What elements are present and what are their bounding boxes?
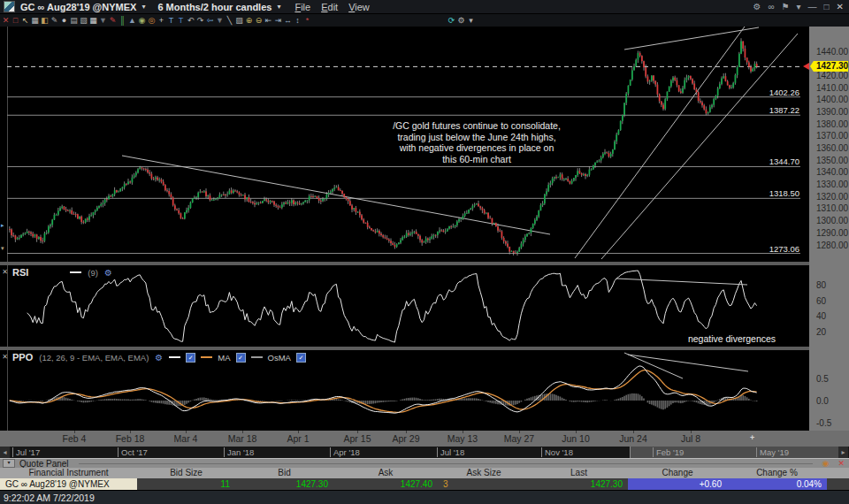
- window-controls: ⚙∞⚑▾—□✕: [753, 3, 849, 11]
- ellipse-tool-icon[interactable]: ●: [60, 15, 68, 26]
- fill-tool-icon[interactable]: ◧: [41, 15, 49, 26]
- price-axis-tick: 1320.00: [816, 192, 848, 202]
- settings-icon[interactable]: ⚙: [753, 3, 761, 11]
- date-axis-label: Feb 4: [48, 433, 101, 444]
- image-tool-icon[interactable]: ▤: [70, 15, 78, 26]
- scroll-left-button[interactable]: ◂: [0, 447, 10, 458]
- sphere-tool-icon[interactable]: ◉: [138, 15, 146, 26]
- dropdown-caret-icon[interactable]: ▼: [99, 15, 107, 26]
- scrollbar-date-label: Apr '18: [330, 447, 360, 457]
- pin-caret-icon[interactable]: ▾: [797, 3, 801, 11]
- menu-edit[interactable]: Edit: [321, 2, 338, 12]
- refresh-icon[interactable]: ⟳: [447, 15, 455, 26]
- quote-column-header-ask[interactable]: Ask: [333, 468, 438, 478]
- region-select-icon[interactable]: □: [11, 15, 19, 26]
- flower-icon[interactable]: *: [303, 15, 311, 26]
- price-axis[interactable]: 1440.001420.001410.001400.001390.001380.…: [809, 27, 849, 431]
- quote-column-header-instrument[interactable]: Financial Instrument: [0, 468, 137, 478]
- quote-column-header-bid[interactable]: Bid: [235, 468, 333, 478]
- zoom-out-icon[interactable]: ⊖: [255, 15, 263, 26]
- quote-panel-row[interactable]: GC ∞ Aug28'19 @NYMEX111427.301427.403142…: [0, 478, 849, 490]
- chart-tool-marker-icon[interactable]: ▾: [1, 245, 4, 252]
- price-axis-tick: 1330.00: [816, 179, 848, 189]
- close-icon[interactable]: ✕: [837, 3, 844, 11]
- ppo-settings-wrench-icon[interactable]: ⚙: [155, 353, 163, 363]
- date-axis-label: Jul 8: [664, 433, 717, 444]
- layout-grid-icon[interactable]: ▦: [89, 15, 97, 26]
- quote-panel-globe-icon[interactable]: ◉: [822, 459, 830, 468]
- price-axis-tick: 1440.00: [816, 47, 848, 57]
- candlestick-tool-icon[interactable]: ║: [119, 15, 126, 26]
- draw-tool-icon[interactable]: ✎: [50, 15, 58, 26]
- date-axis[interactable]: Feb 4Feb 18Mar 4Mar 18Apr 1Apr 15Apr 29M…: [0, 431, 849, 447]
- price-axis-tick: 1420.00: [816, 71, 848, 80]
- menu-view[interactable]: View: [348, 2, 370, 12]
- pointer-tool-icon[interactable]: ↖: [21, 15, 29, 26]
- quote-cell-instrument[interactable]: GC ∞ Aug28'19 @NYMEX: [0, 478, 137, 490]
- time-scrollbar[interactable]: ◂ ▸ Jul '17Oct '17Jan '18Apr '18Jul '18N…: [0, 447, 849, 458]
- expand-left-icon[interactable]: ⇤: [264, 15, 272, 26]
- app-icon[interactable]: [4, 1, 15, 12]
- h-scale-icon[interactable]: ↔: [284, 15, 292, 26]
- settings-wrench-icon[interactable]: ⚙: [457, 15, 465, 26]
- rsi-panel-divider[interactable]: [0, 262, 809, 265]
- crosshair-tool-icon[interactable]: +: [157, 15, 165, 26]
- rsi-settings-wrench-icon[interactable]: ⚙: [104, 268, 112, 278]
- gallery-tool-icon[interactable]: ▧: [80, 15, 88, 26]
- maximize-icon[interactable]: □: [824, 3, 830, 11]
- last-price-tag: 1427.30: [810, 61, 848, 72]
- v-scale-icon[interactable]: ↕: [294, 15, 302, 26]
- ppo-legend-line-sample: [201, 356, 212, 358]
- chart-period-title[interactable]: 6 Months/2 hour candles: [157, 2, 272, 12]
- quote-column-header-bid_size[interactable]: Bid Size: [137, 468, 235, 478]
- quote-column-header-change[interactable]: Change: [628, 468, 727, 478]
- quote-column-header-change_pct[interactable]: Change %: [727, 468, 827, 478]
- chart-tool-marker-icon[interactable]: ▸: [1, 222, 4, 229]
- marker-tool-icon[interactable]: ✎: [109, 15, 117, 26]
- hatch-tool-icon[interactable]: ▨: [235, 15, 243, 26]
- chart-symbol-title[interactable]: GC ∞ Aug28'19 @NYMEX: [20, 2, 136, 12]
- ppo-legend-checkbox[interactable]: ✓: [296, 353, 306, 363]
- rsi-params: (9): [88, 268, 98, 278]
- ppo-panel-divider[interactable]: [0, 347, 809, 350]
- annotation-line: with negative divergences in place on: [371, 142, 582, 154]
- status-bar: 9:22:02 AM 7/22/2019: [0, 490, 849, 504]
- minimize-icon[interactable]: —: [808, 3, 817, 11]
- text-tool-icon[interactable]: T: [167, 15, 175, 26]
- quote-panel-close-icon[interactable]: ✕: [838, 459, 845, 468]
- pin-icon[interactable]: ⚑: [782, 3, 790, 11]
- price-axis-tick: 1360.00: [816, 143, 848, 153]
- quote-cell-last: 1427.30: [530, 478, 628, 490]
- close-chart-icon[interactable]: ✕: [2, 15, 10, 26]
- scroll-right-button[interactable]: ▸: [838, 447, 848, 458]
- axis-marker-icon[interactable]: +: [750, 433, 754, 442]
- ppo-legend-line-sample: [169, 356, 180, 358]
- ppo-close-icon[interactable]: ✕: [1, 353, 9, 361]
- line-tool-icon[interactable]: ╲: [226, 15, 233, 26]
- redo-icon[interactable]: ↷: [196, 15, 204, 26]
- more-caret-icon[interactable]: ▾: [467, 15, 475, 26]
- rsi-close-icon[interactable]: ✕: [1, 268, 9, 276]
- link-icon[interactable]: ∞: [768, 3, 774, 11]
- date-axis-label: Apr 29: [379, 433, 432, 444]
- ppo-legend-checkbox[interactable]: ✓: [186, 353, 195, 363]
- rsi-axis-tick: 20: [816, 327, 826, 337]
- menu-file[interactable]: File: [294, 2, 310, 12]
- quote-panel-collapse-icon[interactable]: ▾: [3, 459, 15, 468]
- quote-column-header-last[interactable]: Last: [530, 468, 628, 478]
- quote-panel-titlebar: ▾ Quote Panel ◉ ✕: [0, 458, 849, 468]
- scrollbar-date-label: Oct '17: [118, 447, 148, 457]
- grid-tool-icon[interactable]: ▦: [31, 15, 39, 26]
- quote-column-header-ask_size[interactable]: Ask Size: [438, 468, 530, 478]
- dropdown-caret2-icon[interactable]: ▼: [216, 15, 224, 26]
- trend-up-icon[interactable]: ▲: [128, 15, 136, 26]
- back-icon[interactable]: ⇦: [206, 15, 214, 26]
- symbol-caret-icon[interactable]: ▾: [142, 3, 145, 11]
- ppo-legend-checkbox[interactable]: ✓: [236, 353, 246, 363]
- note-tool-icon[interactable]: T: [177, 15, 185, 26]
- period-caret-icon[interactable]: ▾: [277, 3, 280, 11]
- target-tool-icon[interactable]: ◎: [148, 15, 156, 26]
- expand-right-icon[interactable]: ⇥: [274, 15, 282, 26]
- zoom-in-icon[interactable]: ⊕: [245, 15, 253, 26]
- undo-icon[interactable]: ↶: [187, 15, 195, 26]
